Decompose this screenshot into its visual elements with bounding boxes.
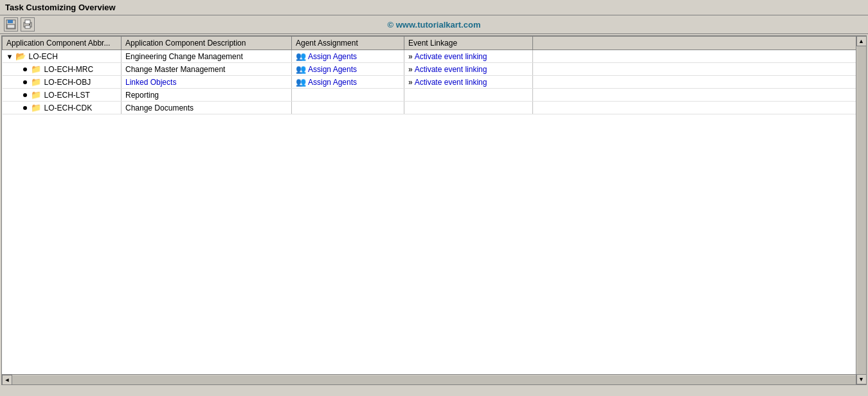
table-row[interactable]: 📁LO-ECH-MRCChange Master Management👥Assi… — [3, 63, 866, 76]
cell-extra — [533, 76, 866, 89]
cell-agent — [292, 102, 404, 114]
col-header-extra — [533, 37, 866, 50]
table-body: ▼📂LO-ECHEngineering Change Management👥As… — [3, 50, 866, 114]
col-header-desc: Application Component Description — [122, 37, 292, 50]
cell-abbr: 📁LO-ECH-OBJ — [3, 76, 122, 89]
toolbar-btn-2[interactable] — [21, 17, 35, 32]
event-link-icon: » — [408, 52, 413, 61]
col-header-agent: Agent Assignment — [292, 37, 404, 50]
cell-extra — [533, 89, 866, 102]
cell-agent[interactable]: 👥Assign Agents — [292, 76, 404, 89]
abbr-text: LO-ECH — [29, 52, 58, 61]
table-header: Application Component Abbr... Applicatio… — [3, 37, 866, 50]
cell-event[interactable]: »Activate event linking — [404, 50, 533, 63]
assign-agents-link[interactable]: Assign Agents — [308, 78, 357, 87]
activate-event-linking-link[interactable]: Activate event linking — [415, 78, 487, 87]
tree-toggle[interactable]: ▼ — [6, 53, 14, 60]
folder-closed-icon: 📁 — [31, 103, 41, 113]
abbr-text: LO-ECH-LST — [44, 91, 90, 100]
assign-agents-link[interactable]: Assign Agents — [308, 65, 357, 74]
event-link-icon: » — [408, 78, 413, 87]
cell-abbr: ▼📂LO-ECH — [3, 50, 122, 63]
cell-abbr: 📁LO-ECH-MRC — [3, 63, 122, 76]
folder-closed-icon: 📁 — [31, 77, 41, 87]
right-scrollbar: ▲ ▼ — [856, 36, 866, 384]
cell-event — [404, 89, 533, 102]
col-header-abbr: Application Component Abbr... — [3, 37, 122, 50]
cell-agent[interactable]: 👥Assign Agents — [292, 50, 404, 63]
activate-event-linking-link[interactable]: Activate event linking — [415, 65, 487, 74]
event-link-icon: » — [408, 65, 413, 74]
folder-closed-icon: 📁 — [31, 90, 41, 100]
activate-event-linking-link[interactable]: Activate event linking — [415, 52, 487, 61]
bottom-scrollbar: ◄ ► — [2, 374, 866, 384]
cell-abbr: 📁LO-ECH-CDK — [3, 102, 122, 114]
cell-extra — [533, 102, 866, 114]
table-row[interactable]: 📁LO-ECH-CDKChange Documents — [3, 102, 866, 114]
cell-desc: Change Documents — [122, 102, 292, 114]
tree-bullet — [23, 68, 27, 71]
abbr-text: LO-ECH-CDK — [44, 104, 93, 113]
scroll-up-btn[interactable]: ▲ — [856, 36, 867, 46]
tree-bullet — [23, 80, 27, 84]
table-row[interactable]: 📁LO-ECH-OBJLinked Objects👥Assign Agents»… — [3, 76, 866, 89]
cell-event[interactable]: »Activate event linking — [404, 63, 533, 76]
cell-agent — [292, 89, 404, 102]
table-row[interactable]: ▼📂LO-ECHEngineering Change Management👥As… — [3, 50, 866, 63]
watermark: © www.tutorialkart.com — [388, 20, 481, 30]
scroll-down-btn[interactable]: ▼ — [856, 374, 867, 384]
assign-agents-link[interactable]: Assign Agents — [308, 52, 357, 61]
table-wrapper: Application Component Abbr... Applicatio… — [2, 36, 866, 374]
cell-desc: Reporting — [122, 89, 292, 102]
svg-rect-2 — [7, 24, 15, 28]
col-header-event: Event Linkage — [404, 37, 533, 50]
cell-extra — [533, 50, 866, 63]
svg-point-6 — [29, 24, 30, 25]
svg-rect-4 — [25, 20, 30, 24]
main-content: Application Component Abbr... Applicatio… — [1, 35, 867, 385]
assign-agents-icon: 👥 — [296, 77, 306, 87]
folder-open-icon: 📂 — [15, 51, 26, 61]
desc-link[interactable]: Linked Objects — [125, 78, 176, 87]
cell-desc: Engineering Change Management — [122, 50, 292, 63]
abbr-text: LO-ECH-OBJ — [44, 78, 91, 87]
cell-extra — [533, 63, 866, 76]
svg-rect-1 — [8, 20, 13, 23]
scroll-track-right[interactable] — [857, 46, 866, 374]
cell-event[interactable]: »Activate event linking — [404, 76, 533, 89]
folder-closed-icon: 📁 — [31, 64, 41, 74]
cell-abbr: 📁LO-ECH-LST — [3, 89, 122, 102]
cell-event — [404, 102, 533, 114]
cell-agent[interactable]: 👥Assign Agents — [292, 63, 404, 76]
tree-bullet — [23, 106, 27, 110]
scroll-left-btn[interactable]: ◄ — [2, 375, 12, 385]
cell-desc: Change Master Management — [122, 63, 292, 76]
title-bar: Task Customizing Overview — [0, 0, 868, 15]
assign-agents-icon: 👥 — [296, 64, 306, 74]
svg-rect-5 — [25, 26, 30, 28]
table-row[interactable]: 📁LO-ECH-LSTReporting — [3, 89, 866, 102]
tree-bullet — [23, 93, 27, 97]
toolbar: © www.tutorialkart.com — [0, 15, 868, 34]
page-title: Task Customizing Overview — [5, 3, 116, 12]
abbr-text: LO-ECH-MRC — [44, 65, 94, 74]
data-table: Application Component Abbr... Applicatio… — [2, 36, 866, 114]
assign-agents-icon: 👥 — [296, 51, 306, 61]
toolbar-btn-1[interactable] — [4, 17, 18, 32]
scroll-track-bottom[interactable] — [12, 375, 856, 384]
cell-desc: Linked Objects — [122, 76, 292, 89]
